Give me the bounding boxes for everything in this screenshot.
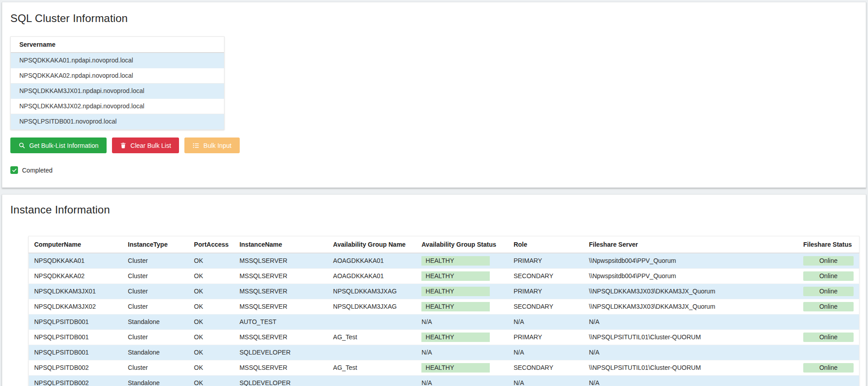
cell-availability-group-name (328, 315, 416, 330)
cell-role: N/A (508, 345, 584, 360)
cell-fileshare-status: Online (798, 299, 859, 315)
cell-instancetype: Cluster (122, 284, 188, 299)
cell-fileshare-server: \\NPSQLDKKAM3JX03\DKKAM3JX_Quorum (583, 299, 798, 315)
fileshare-status-badge: Online (803, 256, 854, 266)
cell-instancename: SQLDEVELOPER (234, 345, 327, 360)
status-row: Completed (10, 166, 858, 174)
cell-computername: NPSQLPSITDB002 (29, 376, 123, 386)
instance-table-row: NPSQLPSITDB002StandaloneOKSQLDEVELOPERN/… (29, 376, 859, 386)
instance-table-body: NPSQDKKAKA01ClusterOKMSSQLSERVERAOAGDKKA… (29, 253, 859, 386)
cell-computername: NPSQLPSITDB001 (29, 345, 123, 360)
cell-computername: NPSQLDKKAM3JX01 (29, 284, 123, 299)
cell-portaccess: OK (188, 315, 234, 330)
fileshare-status-badge: Online (803, 363, 854, 373)
completed-checkbox[interactable] (10, 166, 18, 174)
cell-availability-group-status: N/A (416, 315, 508, 330)
cell-instancename: MSSQLSERVER (234, 299, 327, 315)
cell-fileshare-server: \\NPSQLPSITUTIL01\Cluster-QUORUM (583, 330, 798, 345)
cell-instancetype: Cluster (122, 330, 188, 345)
sql-cluster-panel: SQL Cluster Information Servername NPSQD… (2, 2, 866, 188)
cell-instancename: SQLDEVELOPER (234, 376, 327, 386)
cell-availability-group-name: NPSQLDKKAM3JXAG (328, 299, 416, 315)
cell-instancetype: Standalone (122, 315, 188, 330)
cell-role: N/A (508, 315, 584, 330)
cell-fileshare-status (798, 345, 859, 360)
server-list-item[interactable]: NPSQLDKKAM3JX02.npdapi.novoprod.local (11, 99, 224, 114)
cell-role: N/A (508, 376, 584, 386)
availability-group-status-badge: HEALTHY (421, 363, 490, 373)
cell-portaccess: OK (188, 253, 234, 269)
cell-role: SECONDARY (508, 269, 584, 284)
cell-computername: NPSQDKKAKA01 (29, 253, 123, 269)
cell-availability-group-status: HEALTHY (416, 284, 508, 299)
cell-fileshare-server: \\Npwspsitdb004\PPV_Quorum (583, 253, 798, 269)
column-header-fileshare-status: Fileshare Status (798, 236, 859, 253)
cell-availability-group-name: AG_Test (328, 360, 416, 376)
cell-computername: NPSQLPSITDB001 (29, 315, 123, 330)
column-header-availability-group-name: Availability Group Name (328, 236, 416, 253)
search-icon (18, 142, 25, 149)
cell-fileshare-status (798, 315, 859, 330)
instance-information-panel: Instance Information ComputerNameInstanc… (2, 194, 866, 386)
server-list: Servername NPSQDKKAKA01.npdapi.novoprod.… (10, 36, 224, 130)
server-list-item[interactable]: NPSQLDKKAM3JX01.npdapi.novoprod.local (11, 84, 224, 99)
cell-instancetype: Cluster (122, 269, 188, 284)
cell-availability-group-name: AOAGDKKAKA01 (328, 269, 416, 284)
cell-instancename: MSSQLSERVER (234, 360, 327, 376)
cell-instancename: MSSQLSERVER (234, 284, 327, 299)
cell-fileshare-status: Online (798, 253, 859, 269)
column-header-instancetype: InstanceType (122, 236, 188, 253)
cell-instancename: MSSQLSERVER (234, 253, 327, 269)
cell-instancetype: Cluster (122, 253, 188, 269)
get-bulk-list-information-button[interactable]: Get Bulk-List Information (10, 138, 107, 153)
cell-availability-group-status: HEALTHY (416, 330, 508, 345)
cell-portaccess: OK (188, 376, 234, 386)
availability-group-status-badge: HEALTHY (421, 256, 490, 266)
cell-availability-group-status: HEALTHY (416, 253, 508, 269)
cell-fileshare-server: N/A (583, 345, 798, 360)
column-header-role: Role (508, 236, 584, 253)
instance-table-row: NPSQDKKAKA01ClusterOKMSSQLSERVERAOAGDKKA… (29, 253, 859, 269)
cell-availability-group-status: HEALTHY (416, 269, 508, 284)
cell-availability-group-name (328, 376, 416, 386)
cell-role: SECONDARY (508, 299, 584, 315)
cell-computername: NPSQDKKAKA02 (29, 269, 123, 284)
server-list-item[interactable]: NPSQDKKAKA01.npdapi.novoprod.local (11, 53, 224, 68)
cell-computername: NPSQLPSITDB001 (29, 330, 123, 345)
instance-table-row: NPSQDKKAKA02ClusterOKMSSQLSERVERAOAGDKKA… (29, 269, 859, 284)
cell-instancename: MSSQLSERVER (234, 269, 327, 284)
cell-fileshare-server: \\NPSQLDKKAM3JX03\DKKAM3JX_Quorum (583, 284, 798, 299)
availability-group-status-badge: HEALTHY (421, 302, 490, 311)
instance-table-row: NPSQLPSITDB001ClusterOKMSSQLSERVERAG_Tes… (29, 330, 859, 345)
column-header-portaccess: PortAccess (188, 236, 234, 253)
column-header-fileshare-server: Fileshare Server (583, 236, 798, 253)
availability-group-status-badge: HEALTHY (421, 333, 490, 342)
server-list-item[interactable]: NPSQLPSITDB001.novoprod.local (11, 114, 224, 129)
cell-computername: NPSQLDKKAM3JX02 (29, 299, 123, 315)
button-label: Clear Bulk List (130, 142, 171, 149)
server-list-item[interactable]: NPSQDKKAKA02.npdapi.novoprod.local (11, 68, 224, 84)
cell-portaccess: OK (188, 330, 234, 345)
fileshare-status-badge: Online (803, 287, 854, 296)
fileshare-status-badge: Online (803, 333, 854, 342)
cell-instancetype: Cluster (122, 299, 188, 315)
button-label: Bulk Input (203, 142, 231, 149)
cell-portaccess: OK (188, 360, 234, 376)
availability-group-status-badge: HEALTHY (421, 271, 490, 281)
clear-bulk-list-button[interactable]: Clear Bulk List (112, 138, 179, 153)
cell-fileshare-server: N/A (583, 376, 798, 386)
cell-availability-group-status: N/A (416, 376, 508, 386)
cell-portaccess: OK (188, 345, 234, 360)
instance-table-row: NPSQLPSITDB001StandaloneOKSQLDEVELOPERN/… (29, 345, 859, 360)
cell-fileshare-status: Online (798, 284, 859, 299)
cell-computername: NPSQLPSITDB002 (29, 360, 123, 376)
fileshare-status-badge: Online (803, 271, 854, 281)
bulk-input-button[interactable]: Bulk Input (184, 138, 239, 153)
completed-label: Completed (22, 167, 53, 174)
instance-table-row: NPSQLDKKAM3JX02ClusterOKMSSQLSERVERNPSQL… (29, 299, 859, 315)
server-list-header: Servername (11, 37, 224, 53)
check-icon (12, 168, 17, 173)
cell-fileshare-status: Online (798, 330, 859, 345)
instance-table: ComputerNameInstanceTypePortAccessInstan… (28, 236, 859, 386)
cell-portaccess: OK (188, 269, 234, 284)
